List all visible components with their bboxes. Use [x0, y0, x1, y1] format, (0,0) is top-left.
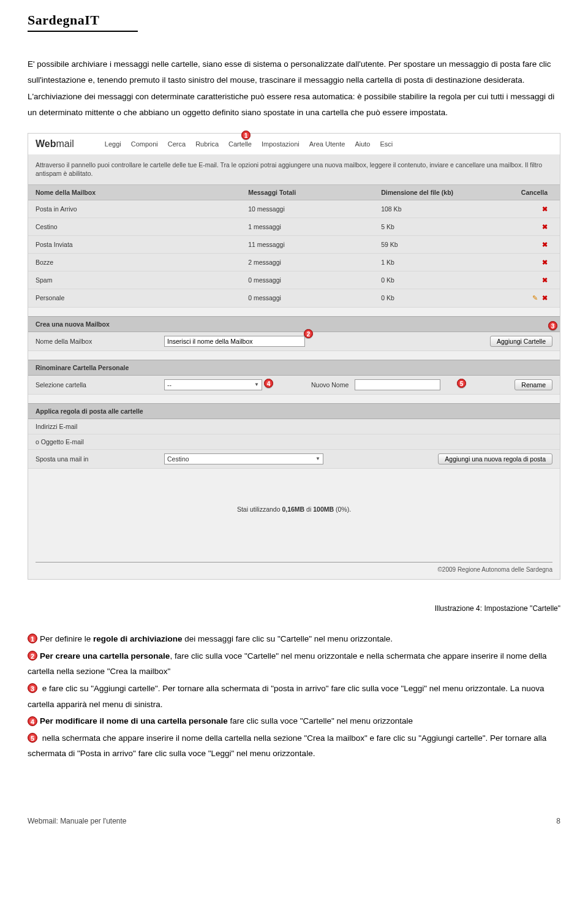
rule-move-row: Sposta una mail in Cestino▼ Aggiungi una…	[28, 450, 560, 469]
step-1-text-b: dei messaggi fare clic su "Cartelle" nel…	[183, 634, 393, 643]
callout-3: 3	[548, 321, 557, 330]
step-1-bold: regole di archiviazione	[93, 634, 183, 643]
section-rename-folder: Rinominare Cartella Personale	[28, 360, 560, 376]
callout-5: 5	[457, 379, 466, 388]
illustration-caption: Illustrazione 4: Impostazione "Cartelle"	[28, 604, 560, 613]
table-row: Cestino1 messaggi5 Kb	[28, 218, 560, 235]
rule-address-label: Indirizzi E-mail	[36, 423, 164, 430]
steps-block: 1Per definire le regole di archiviazione…	[28, 631, 560, 762]
create-mailbox-input[interactable]	[164, 336, 305, 347]
logo-brand: Sardegna	[28, 12, 85, 28]
chevron-down-icon: ▼	[315, 456, 320, 461]
th-msgs: Messaggi Totali	[241, 184, 374, 200]
th-cancel: Cancella	[507, 184, 560, 200]
step-5-text: nella schermata che appare inserire il n…	[28, 733, 546, 759]
cell-actions	[507, 218, 560, 235]
add-rule-button[interactable]: Aggiungi una nuova regola di posta	[438, 453, 552, 464]
cell-size: 5 Kb	[374, 218, 507, 235]
callout-2: 2	[304, 329, 313, 338]
delete-icon[interactable]	[540, 205, 548, 213]
step-4-bold: Per modificare il nome di una cartella p…	[40, 716, 228, 725]
webmail-copyright: ©2009 Regione Autonoma delle Sardegna	[28, 566, 560, 579]
webmail-brand: Webmail	[36, 138, 74, 150]
cell-name: Posta in Arrivo	[28, 200, 241, 218]
step-4-text: fare clic sulla voce "Cartelle" nel menu…	[228, 716, 413, 725]
rename-select-label: Selezione cartella	[36, 381, 164, 388]
cell-msgs: 1 messaggi	[241, 218, 374, 235]
step-2-bold: Per creare una cartella personale	[40, 651, 170, 661]
intro-text: E' possibile archiviare i messaggi nelle…	[28, 56, 560, 121]
step-1: 1Per definire le regole di archiviazione…	[28, 631, 560, 647]
callout-1: 1	[241, 131, 251, 140]
cell-size: 0 Kb	[374, 289, 507, 307]
delete-icon[interactable]	[540, 276, 548, 284]
page-footer: Webmail: Manuale per l'utente 8	[28, 817, 560, 825]
cell-size: 108 Kb	[374, 200, 507, 218]
nav-rubrica[interactable]: Rubrica	[195, 140, 219, 148]
rename-newname-input[interactable]	[355, 379, 440, 390]
intro-paragraph-1: E' possibile archiviare i messaggi nelle…	[28, 56, 560, 88]
rule-move-select[interactable]: Cestino▼	[164, 453, 323, 464]
logo-underline	[28, 31, 138, 32]
nav-aiuto[interactable]: Aiuto	[355, 140, 370, 148]
cell-msgs: 11 messaggi	[241, 235, 374, 253]
rule-address-row: Indirizzi E-mail	[28, 419, 560, 434]
table-header-row: Nome della Mailbox Messaggi Totali Dimen…	[28, 184, 560, 200]
delete-icon[interactable]	[540, 294, 548, 301]
cell-actions	[507, 253, 560, 271]
nav-cerca[interactable]: Cerca	[168, 140, 186, 148]
webmail-screenshot: Webmail Leggi Componi Cerca Rubrica Cart…	[28, 133, 560, 580]
step-2: 2Per creare una cartella personale, fare…	[28, 648, 560, 680]
nav-componi[interactable]: Componi	[131, 140, 158, 148]
cell-actions	[507, 235, 560, 253]
usage-line: Stai utilizzando 0,16MB di 100MB (0%).	[28, 469, 560, 513]
table-row: Bozze2 messaggi1 Kb	[28, 253, 560, 271]
nav-cartelle[interactable]: Cartelle	[228, 140, 252, 148]
nav-impostazioni[interactable]: Impostazioni	[262, 140, 300, 148]
th-size: Dimensione del file (kb)	[374, 184, 507, 200]
webmail-brand-light: mail	[56, 138, 74, 149]
cell-actions	[507, 289, 560, 307]
badge-5: 5	[28, 733, 37, 743]
edit-icon[interactable]	[532, 294, 540, 301]
nav-leggi[interactable]: Leggi	[105, 140, 121, 148]
badge-2: 2	[28, 651, 37, 661]
webmail-brand-bold: Web	[36, 138, 56, 149]
cell-name: Bozze	[28, 253, 241, 271]
footer-left: Webmail: Manuale per l'utente	[28, 817, 127, 825]
usage-total: 100MB	[313, 506, 334, 513]
cell-name: Cestino	[28, 218, 241, 235]
section-create-mailbox: Crea una nuova Mailbox	[28, 316, 560, 332]
add-folder-button[interactable]: Aggiungi Cartelle	[490, 336, 552, 347]
cell-size: 59 Kb	[374, 235, 507, 253]
nav-esci[interactable]: Esci	[380, 140, 393, 148]
rule-subject-label: o Oggetto E-mail	[36, 438, 164, 445]
nav-area-utente[interactable]: Area Utente	[309, 140, 345, 148]
step-5: 5 nella schermata che appare inserire il…	[28, 730, 560, 762]
cell-name: Posta Inviata	[28, 235, 241, 253]
mailbox-table: Nome della Mailbox Messaggi Totali Dimen…	[28, 184, 560, 308]
rename-button[interactable]: Rename	[514, 379, 552, 390]
rename-select[interactable]: --▼	[164, 379, 262, 390]
rename-newname-label: Nuovo Nome	[311, 381, 349, 388]
cell-msgs: 10 messaggi	[241, 200, 374, 218]
cell-msgs: 2 messaggi	[241, 253, 374, 271]
delete-icon[interactable]	[540, 259, 548, 266]
create-mailbox-row: Nome della Mailbox 2 Aggiungi Cartelle 3	[28, 332, 560, 351]
table-row: Personale0 messaggi0 Kb	[28, 289, 560, 307]
intro-paragraph-2: L'archiviazione dei messaggi con determi…	[28, 89, 560, 120]
cell-msgs: 0 messaggi	[241, 271, 374, 289]
webmail-nav: Leggi Componi Cerca Rubrica Cartelle Imp…	[105, 140, 393, 148]
cell-msgs: 0 messaggi	[241, 289, 374, 307]
cell-actions	[507, 200, 560, 218]
rule-subject-row: o Oggetto E-mail	[28, 434, 560, 450]
delete-icon[interactable]	[540, 223, 548, 230]
footer-right: 8	[556, 817, 560, 825]
usage-prefix: Stai utilizzando	[237, 506, 282, 513]
rename-select-value: --	[167, 381, 172, 388]
badge-1: 1	[28, 634, 37, 643]
delete-icon[interactable]	[540, 241, 548, 248]
table-row: Posta in Arrivo10 messaggi108 Kb	[28, 200, 560, 218]
step-3-text: e fare clic su "Aggiungi cartelle". Per …	[28, 684, 544, 709]
rule-move-value: Cestino	[167, 455, 189, 463]
